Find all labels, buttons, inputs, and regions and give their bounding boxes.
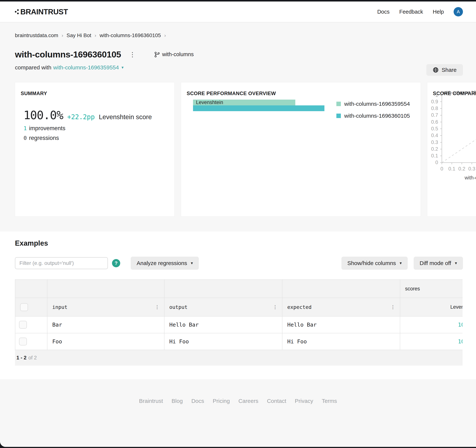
cell-expected[interactable]: Hi Foo [283,333,400,350]
globe-icon [433,67,439,73]
examples-table: scores input ⋮ output ⋮ expected ⋮ [15,279,463,365]
y-axis-tick-labels: 1 0.9 0.8 0.7 0.6 0.5 0.4 0.3 0.2 0.1 0 [431,92,438,165]
score-comparison-card: SCORE COMPARISON with-columns-1696360105 [427,82,476,216]
footer-link-contact[interactable]: Contact [267,398,286,404]
table-row-select [15,333,47,350]
experiment-header-section: braintrustdata.com › Say Hi Bot › with-c… [0,22,476,232]
footer-link-careers[interactable]: Careers [238,398,258,404]
nav-link-docs[interactable]: Docs [377,9,390,15]
footer-link-privacy[interactable]: Privacy [295,398,313,404]
svg-text:0.5: 0.5 [431,126,438,132]
page-title: with-columns-1696360105 [15,49,121,60]
cell-output[interactable]: Hi Foo [164,333,283,350]
score-performance-card: SCORE PERFORMANCE OVERVIEW Levenshtein w… [181,82,421,216]
legend-label: with-columns-1696359554 [344,101,410,107]
top-nav: BRAINTRUST Docs Feedback Help A [0,1,476,22]
bar-with-columns-1696360105[interactable] [193,105,324,111]
share-label: Share [442,67,457,73]
cell-input[interactable]: Bar [47,316,164,333]
performance-bar-chart: Levenshtein [193,100,324,111]
branch-name: with-columns [162,51,193,57]
examples-controls: ? Analyze regressions ▾ Show/hide column… [15,257,463,270]
svg-text:0.2: 0.2 [458,166,465,171]
nav-link-feedback[interactable]: Feedback [399,9,423,15]
column-header-levenshtein[interactable]: Levenshtein [400,298,463,316]
footer-link-terms[interactable]: Terms [322,398,337,404]
regressions-count: 0 [23,135,27,141]
diff-mode-button[interactable]: Diff mode off ▾ [414,257,463,270]
bar-with-columns-1696359554[interactable]: Levenshtein [193,100,295,105]
cell-output[interactable]: Hello Bar [164,316,283,333]
column-menu-icon[interactable]: ⋮ [391,304,395,310]
git-branch-icon [154,51,160,58]
footer-link-pricing[interactable]: Pricing [213,398,230,404]
show-hide-columns-button[interactable]: Show/hide columns ▾ [341,257,408,270]
y-axis-series-label: with-columns-1696360105 [443,90,476,95]
group-header-expected [283,280,400,298]
scores-group-label: scores [400,286,420,292]
cell-score[interactable]: 100.0% [400,316,463,333]
examples-section: Examples ? Analyze regressions ▾ Show/hi… [0,232,476,379]
column-header-input[interactable]: input ⋮ [47,298,164,316]
pagination-range: 1 - 2 [17,355,27,361]
row-checkbox[interactable] [19,321,27,329]
window-frame-top [0,0,476,1]
select-all-header [15,298,47,316]
cell-input[interactable]: Foo [47,333,164,350]
braintrust-logo-text: BRAINTRUST [20,8,68,16]
chevron-right-icon: › [164,33,166,39]
breadcrumb-project[interactable]: Say Hi Bot [67,33,91,39]
footer-link-blog[interactable]: Blog [171,398,183,404]
breadcrumb-org[interactable]: braintrustdata.com [15,33,58,39]
performance-heading: SCORE PERFORMANCE OVERVIEW [187,91,415,96]
chevron-right-icon: › [95,33,96,39]
summary-delta: +22.2pp [67,113,95,121]
compared-experiment-link[interactable]: with-columns-1696359554 [53,64,119,71]
summary-score-label: Levenshtein score [99,113,152,121]
score-comparison-scatter: with-columns-1696360105 [427,90,476,183]
share-button[interactable]: Share [426,64,463,76]
svg-text:0.6: 0.6 [431,119,438,125]
cell-score[interactable]: 100.0% [400,333,463,350]
filter-help-icon[interactable]: ? [112,259,120,267]
identity-line [442,95,476,163]
breadcrumb: braintrustdata.com › Say Hi Bot › with-c… [15,33,476,39]
svg-text:0.3: 0.3 [431,139,438,145]
footer-link-docs[interactable]: Docs [191,398,204,404]
group-header-output [164,280,283,298]
select-all-checkbox[interactable] [20,303,28,311]
analyze-regressions-button[interactable]: Analyze regressions ▾ [131,257,199,270]
column-menu-icon[interactable]: ⋮ [155,304,160,310]
title-kebab-menu-icon[interactable]: ⋮ [129,51,136,58]
compared-row: compared with with-columns-1696359554 ▾ [15,64,476,71]
svg-text:0.3: 0.3 [468,166,476,171]
x-axis-series-label: with-columns-1696359554 [465,175,476,181]
nav-link-help[interactable]: Help [433,9,444,15]
table-row-select [15,316,47,333]
nav-links: Docs Feedback Help A [377,7,463,17]
legend-swatch-light [336,102,341,106]
chevron-down-icon[interactable]: ▾ [122,65,124,70]
group-header-select [15,280,47,298]
column-header-output[interactable]: output ⋮ [164,298,283,316]
svg-text:0.2: 0.2 [431,146,438,152]
pagination-bar: 1 - 2 of 2 [15,350,463,365]
footer-link-braintrust[interactable]: Braintrust [139,398,163,404]
column-label: Levenshtein [450,304,463,310]
column-header-expected[interactable]: expected ⋮ [283,298,400,316]
avatar[interactable]: A [453,7,463,17]
chevron-down-icon: ▾ [455,261,457,265]
braintrust-logo[interactable]: BRAINTRUST [15,8,68,16]
cell-expected[interactable]: Hello Bar [283,316,400,333]
pagination-total: of 2 [28,355,37,361]
branch-chip[interactable]: with-columns [154,51,193,58]
column-label: expected [287,304,312,310]
column-label: output [169,304,188,310]
breadcrumb-experiment[interactable]: with-columns-1696360105 [100,33,161,39]
filter-input[interactable] [15,257,108,269]
svg-text:0: 0 [440,166,443,171]
legend-label: with-columns-1696360105 [344,113,410,119]
improvements-count: 1 [23,125,27,132]
column-menu-icon[interactable]: ⋮ [273,304,278,310]
row-checkbox[interactable] [19,337,27,345]
